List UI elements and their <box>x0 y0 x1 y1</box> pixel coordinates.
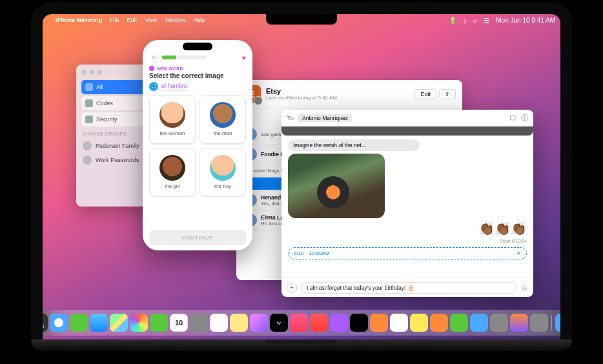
messages-window[interactable]: To: Antonio Manriquez ▢ ⓘ Imagine the sw… <box>281 110 533 297</box>
avatar-woman-icon <box>159 102 185 128</box>
option-the-woman[interactable]: the woman <box>149 95 196 144</box>
spotlight-icon[interactable]: ⌕ <box>473 17 477 24</box>
dock-keynote-icon[interactable] <box>410 314 428 332</box>
zoom-button[interactable] <box>97 70 102 75</box>
dock-calendar-icon[interactable]: 10 <box>170 314 188 332</box>
dock-launchpad-icon[interactable] <box>43 314 48 332</box>
avatar-man-icon <box>210 102 236 128</box>
reaction-bubble-out[interactable]: 👏🏾👏🏾👏🏾 <box>288 221 527 236</box>
wifi-icon[interactable]: ⏚ <box>463 17 467 24</box>
dock-news-icon[interactable] <box>310 314 328 332</box>
recipient-chip[interactable]: Antonio Manriquez <box>298 114 352 122</box>
dock-facetime-icon[interactable] <box>150 314 168 332</box>
control-center-icon[interactable]: ☰ <box>484 17 489 24</box>
clock[interactable]: Mon Jun 10 9:41 AM <box>496 17 555 24</box>
dock-photos-icon[interactable] <box>130 314 148 332</box>
dock-freeform-icon[interactable] <box>250 314 268 332</box>
dock: 10 tv <box>43 310 560 336</box>
close-button[interactable] <box>81 70 87 75</box>
dock-maps-icon[interactable] <box>110 314 128 332</box>
dock-tv-icon[interactable]: tv <box>270 314 288 332</box>
dock-appstore-icon[interactable] <box>470 314 488 332</box>
option-the-man[interactable]: the man <box>199 95 246 144</box>
dock-music-icon[interactable] <box>290 314 308 332</box>
option-the-girl[interactable]: the girl <box>149 148 196 197</box>
dock-stocks-icon[interactable] <box>350 314 368 332</box>
to-label: To: <box>287 115 294 121</box>
new-word-badge: NEW WORD <box>149 66 246 71</box>
add-attachment-button[interactable]: + <box>287 283 297 293</box>
dock-downloads-icon[interactable] <box>555 314 560 332</box>
read-receipt: Read 6/10/24 <box>288 239 527 243</box>
battery-icon[interactable]: 🔋 <box>449 17 456 24</box>
desktop: iPhone Mirroring File Edit View Window H… <box>43 14 560 339</box>
prompt-text: Select the correct image <box>143 71 252 82</box>
app-menu[interactable]: iPhone Mirroring <box>56 17 102 23</box>
emoji-picker-icon[interactable]: ☺ <box>521 284 528 292</box>
display-notch <box>266 14 337 25</box>
dock-podcasts-icon[interactable] <box>330 314 348 332</box>
dock-separator <box>551 315 552 330</box>
menu-view[interactable]: View <box>145 17 157 23</box>
continue-button[interactable]: CONTINUE <box>149 230 246 245</box>
cancel-schedule-icon[interactable]: ✕ <box>516 250 521 256</box>
schedule-time: 10:00AM <box>309 250 330 256</box>
message-input[interactable]: I almost forgot that today's your birthd… <box>301 282 517 294</box>
menu-window[interactable]: Window <box>165 17 185 23</box>
group-avatar-icon <box>83 141 92 150</box>
schedule-date: 6/10 <box>294 250 304 256</box>
dock-settings-icon[interactable] <box>490 314 508 332</box>
menu-file[interactable]: File <box>110 17 119 23</box>
group-avatar-icon <box>83 156 92 165</box>
dock-passwords-icon[interactable] <box>530 314 548 332</box>
menu-help[interactable]: Help <box>193 17 205 23</box>
info-icon[interactable]: ⓘ <box>521 113 528 123</box>
close-lesson-icon[interactable]: ✕ <box>149 53 158 62</box>
photo-bubble[interactable] <box>288 154 385 218</box>
macbook-frame: iPhone Mirroring File Edit View Window H… <box>31 3 572 351</box>
minimize-button[interactable] <box>89 70 94 75</box>
dock-pages-icon[interactable] <box>430 314 448 332</box>
dock-safari-icon[interactable] <box>50 314 68 332</box>
dock-home-icon[interactable] <box>390 314 408 332</box>
message-bubble-in[interactable]: Imagine the swish of the net… <box>288 139 420 151</box>
progress-bar <box>162 56 176 59</box>
scheduled-send-chip[interactable]: 6/10 10:00AM ✕ <box>288 247 527 259</box>
dock-books-icon[interactable] <box>370 314 388 332</box>
image-bubble[interactable] <box>281 126 533 136</box>
iphone-mirror-window[interactable]: ✕ ♥ NEW WORD Select the correct image 🔊 … <box>143 40 252 250</box>
target-word[interactable]: el hombre <box>161 83 187 90</box>
note-title: Etsy <box>266 87 337 95</box>
option-the-boy[interactable]: the boy <box>199 148 246 197</box>
edit-button[interactable]: Edit <box>414 89 436 99</box>
dock-notes-icon[interactable] <box>230 314 248 332</box>
avatar-girl-icon <box>159 155 185 181</box>
share-button[interactable]: ⇧ <box>439 89 456 99</box>
video-call-icon[interactable]: ▢ <box>509 113 516 123</box>
dock-messages-icon[interactable] <box>70 314 88 332</box>
laptop-base <box>31 339 572 351</box>
dock-reminders-icon[interactable] <box>210 314 228 332</box>
speaker-icon[interactable]: 🔊 <box>149 82 158 91</box>
dock-mail-icon[interactable] <box>90 314 108 332</box>
dock-numbers-icon[interactable] <box>450 314 468 332</box>
menu-edit[interactable]: Edit <box>127 17 138 23</box>
dock-iphone-mirroring-icon[interactable] <box>510 314 528 332</box>
dynamic-island <box>183 43 212 50</box>
hearts-icon[interactable]: ♥ <box>242 54 246 61</box>
dock-contacts-icon[interactable] <box>190 314 208 332</box>
avatar-boy-icon <box>210 155 236 181</box>
note-subtitle: Last modified today at 9:41 AM <box>266 95 337 101</box>
